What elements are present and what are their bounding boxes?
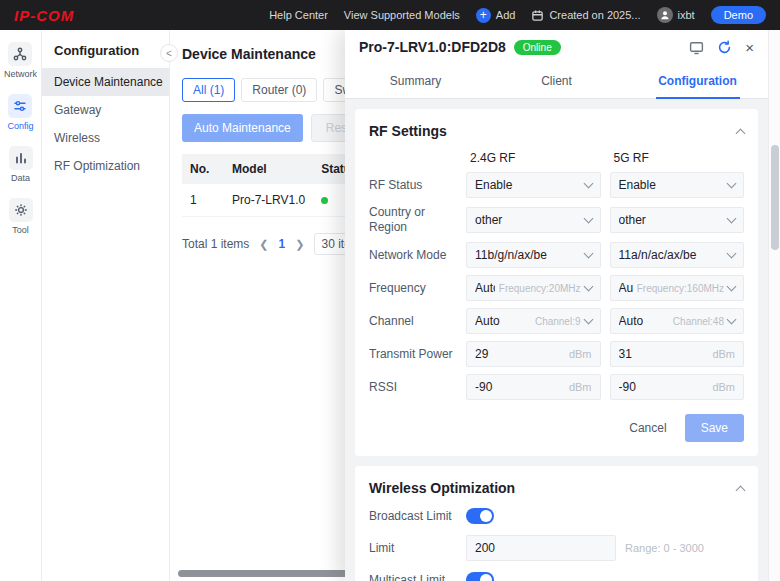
page-number[interactable]: 1 <box>279 237 286 251</box>
country-24g-select[interactable]: other <box>466 207 601 233</box>
transmit-power-24g-input[interactable] <box>475 347 565 361</box>
col-header-model: Model <box>224 154 313 184</box>
chevron-down-icon <box>583 214 593 224</box>
rf-status-5g-select[interactable]: Enable <box>610 172 745 198</box>
column-header-24g: 2.4G RF <box>466 151 601 165</box>
network-mode-5g-select[interactable]: 11a/n/ac/ax/be <box>610 242 745 268</box>
channel-5g-select[interactable]: AutoChannel:48 <box>610 308 745 334</box>
rf-settings-header: RF Settings <box>369 123 744 139</box>
ipcom-logo: IP-COM <box>14 7 74 24</box>
network-mode-24g-select[interactable]: 11b/g/n/ax/be <box>466 242 601 268</box>
field-label-multicast-limit: Multicast Limit <box>369 573 457 581</box>
refresh-icon[interactable] <box>717 40 732 55</box>
next-page-button[interactable]: ❯ <box>295 238 304 251</box>
field-label-channel: Channel <box>369 314 457 329</box>
demo-button[interactable]: Demo <box>711 6 766 24</box>
multicast-limit-toggle[interactable] <box>466 572 494 581</box>
close-icon[interactable]: × <box>745 40 754 55</box>
drawer-header: Pro-7-LRV1.0:DFD2D8 Online × <box>345 30 768 64</box>
broadcast-limit-value-row: Limit Range: 0 - 3000 <box>369 535 744 561</box>
field-label-network-mode: Network Mode <box>369 248 457 263</box>
section-title: Wireless Optimization <box>369 480 515 496</box>
field-label-rssi: RSSI <box>369 380 457 395</box>
broadcast-limit-input[interactable] <box>475 541 607 555</box>
chevron-down-icon <box>583 249 593 259</box>
person-icon <box>659 9 671 21</box>
open-device-page-icon[interactable] <box>689 40 704 55</box>
nav-item-label: Config <box>7 121 33 131</box>
sidebar-collapse-button[interactable]: < <box>160 44 178 62</box>
auto-maintenance-button[interactable]: Auto Maintenance <box>182 114 303 142</box>
drawer-body: RF Settings 2.4G RF 5G RF RF Status Enab… <box>345 99 768 581</box>
collapse-section-icon[interactable] <box>736 485 746 495</box>
nav-item-label: Network <box>4 69 37 79</box>
multicast-limit-row: Multicast Limit <box>369 572 744 581</box>
add-label: Add <box>496 9 516 21</box>
rssi-24g-input-wrap: dBm <box>466 374 601 400</box>
user-menu[interactable]: ixbt <box>657 7 695 23</box>
topbar: IP-COM Help Center View Supported Models… <box>0 0 780 30</box>
horizontal-scrollbar-thumb[interactable] <box>178 570 356 577</box>
nav-item-tool[interactable]: Tool <box>9 198 33 235</box>
vertical-scrollbar-thumb[interactable] <box>771 145 779 250</box>
cell-model: Pro-7-LRV1.0 <box>224 184 313 217</box>
chevron-down-icon <box>583 282 593 292</box>
chevron-down-icon <box>583 179 593 189</box>
tab-summary[interactable]: Summary <box>345 64 486 98</box>
chevron-down-icon <box>727 315 737 325</box>
avatar <box>657 7 673 23</box>
created-date[interactable]: Created on 2025... <box>531 9 640 22</box>
nav-item-label: Data <box>11 173 30 183</box>
rssi-5g-input-wrap: dBm <box>610 374 745 400</box>
nav-item-config[interactable]: Config <box>7 94 33 131</box>
wireless-optimization-card: Wireless Optimization Broadcast Limit Li… <box>355 466 758 581</box>
sidebar-item-gateway[interactable]: Gateway <box>42 96 169 124</box>
tab-router[interactable]: Router (0) <box>241 78 317 102</box>
chevron-down-icon <box>583 315 593 325</box>
config-sidebar: Configuration < Device Maintenance Gatew… <box>42 30 170 581</box>
tab-configuration[interactable]: Configuration <box>627 64 768 98</box>
sidebar-item-wireless[interactable]: Wireless <box>42 124 169 152</box>
rssi-5g-input[interactable] <box>619 380 709 394</box>
plus-icon: + <box>476 8 491 23</box>
broadcast-limit-toggle[interactable] <box>466 508 494 524</box>
drawer-tabs: Summary Client Configuration <box>345 64 768 99</box>
rssi-24g-input[interactable] <box>475 380 565 394</box>
field-label-broadcast-limit: Broadcast Limit <box>369 509 457 524</box>
country-5g-select[interactable]: other <box>610 207 745 233</box>
add-button[interactable]: + Add <box>476 8 516 23</box>
collapse-section-icon[interactable] <box>736 128 746 138</box>
tab-all[interactable]: All (1) <box>182 78 235 102</box>
wireless-optimization-header: Wireless Optimization <box>369 480 744 496</box>
view-supported-models-link[interactable]: View Supported Models <box>344 9 460 21</box>
online-status-badge: Online <box>514 40 561 55</box>
screen: IP-COM Help Center View Supported Models… <box>0 0 780 581</box>
frequency-5g-select[interactable]: AutoFrequency:160MHz <box>610 275 745 301</box>
chevron-down-icon <box>727 214 737 224</box>
field-label-transmit-power: Transmit Power <box>369 347 457 362</box>
nav-item-label: Tool <box>12 225 29 235</box>
network-icon <box>8 42 32 66</box>
cancel-button[interactable]: Cancel <box>629 421 666 435</box>
topbar-links: Help Center View Supported Models + Add … <box>269 6 766 24</box>
cell-no: 1 <box>182 184 224 217</box>
sidebar-item-device-maintenance[interactable]: Device Maintenance <box>42 68 169 96</box>
chevron-down-icon <box>727 282 737 292</box>
prev-page-button[interactable]: ❮ <box>259 238 268 251</box>
save-button[interactable]: Save <box>685 414 744 442</box>
device-detail-drawer: Pro-7-LRV1.0:DFD2D8 Online × Summary Cli… <box>345 30 768 581</box>
help-center-link[interactable]: Help Center <box>269 9 328 21</box>
tab-client[interactable]: Client <box>486 64 627 98</box>
transmit-power-5g-input[interactable] <box>619 347 709 361</box>
col-header-no: No. <box>182 154 224 184</box>
rf-status-24g-select[interactable]: Enable <box>466 172 601 198</box>
sidebar-item-rf-optimization[interactable]: RF Optimization <box>42 152 169 180</box>
nav-item-network[interactable]: Network <box>4 42 37 79</box>
channel-24g-select[interactable]: AutoChannel:9 <box>466 308 601 334</box>
nav-item-data[interactable]: Data <box>9 146 33 183</box>
transmit-power-5g-input-wrap: dBm <box>610 341 745 367</box>
frequency-24g-select[interactable]: AutoFrequency:20MHz <box>466 275 601 301</box>
calendar-icon <box>531 9 544 22</box>
broadcast-limit-input-wrap <box>466 535 616 561</box>
vertical-scrollbar[interactable] <box>768 30 780 581</box>
